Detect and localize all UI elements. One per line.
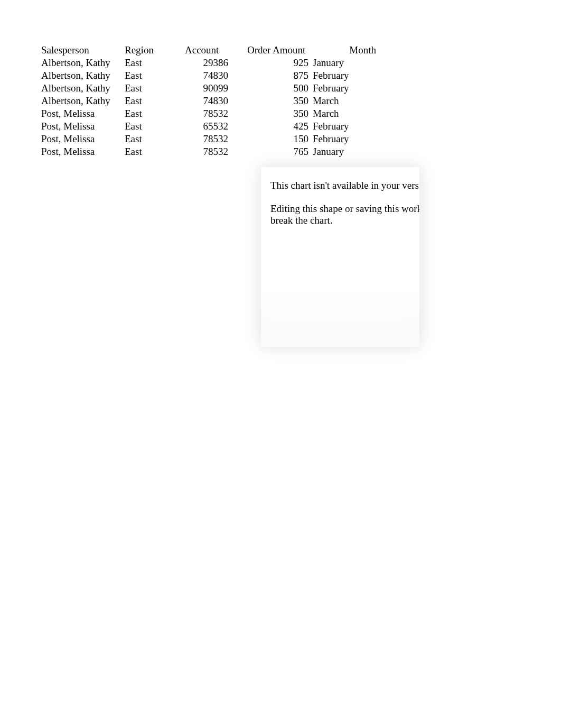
header-order-amount: Order Amount — [245, 44, 313, 57]
cell-region: East — [125, 82, 185, 95]
cell-month: February — [313, 133, 376, 145]
cell-salesperson: Albertson, Kathy — [41, 57, 125, 69]
cell-month: January — [313, 57, 376, 69]
table-row: Post, Melissa East 78532 765 January — [41, 145, 376, 158]
cell-order-amount: 350 — [245, 95, 313, 107]
cell-region: East — [125, 57, 185, 69]
cell-order-amount: 150 — [245, 133, 313, 145]
cell-order-amount: 925 — [245, 57, 313, 69]
sales-table: Salesperson Region Account Order Amount … — [41, 44, 376, 158]
cell-account: 29386 — [185, 57, 245, 69]
cell-region: East — [125, 107, 185, 120]
data-table: Salesperson Region Account Order Amount … — [41, 44, 376, 158]
cell-region: East — [125, 133, 185, 145]
cell-account: 78532 — [185, 133, 245, 145]
cell-salesperson: Post, Melissa — [41, 107, 125, 120]
table-row: Albertson, Kathy East 74830 350 March — [41, 95, 376, 107]
cell-account: 78532 — [185, 145, 245, 158]
header-salesperson: Salesperson — [41, 44, 125, 57]
cell-account: 65532 — [185, 120, 245, 133]
cell-salesperson: Post, Melissa — [41, 145, 125, 158]
cell-month: March — [313, 95, 376, 107]
cell-region: East — [125, 95, 185, 107]
cell-salesperson: Albertson, Kathy — [41, 69, 125, 82]
table-header-row: Salesperson Region Account Order Amount … — [41, 44, 376, 57]
cell-order-amount: 500 — [245, 82, 313, 95]
table-row: Albertson, Kathy East 29386 925 January — [41, 57, 376, 69]
cell-account: 90099 — [185, 82, 245, 95]
cell-account: 74830 — [185, 69, 245, 82]
notice-text-line2: Editing this shape or saving this work — [270, 203, 419, 215]
cell-month: February — [313, 69, 376, 82]
cell-month: February — [313, 82, 376, 95]
notice-text-line1: This chart isn't available in your versi — [270, 180, 419, 191]
table-row: Post, Melissa East 78532 150 February — [41, 133, 376, 145]
table-row: Albertson, Kathy East 74830 875 February — [41, 69, 376, 82]
cell-month: January — [313, 145, 376, 158]
notice-fade-overlay — [261, 283, 419, 347]
cell-salesperson: Post, Melissa — [41, 120, 125, 133]
cell-salesperson: Albertson, Kathy — [41, 95, 125, 107]
table-row: Post, Melissa East 78532 350 March — [41, 107, 376, 120]
cell-account: 78532 — [185, 107, 245, 120]
cell-region: East — [125, 145, 185, 158]
cell-order-amount: 350 — [245, 107, 313, 120]
chart-unavailable-notice: This chart isn't available in your versi… — [261, 167, 419, 347]
table-row: Albertson, Kathy East 90099 500 February — [41, 82, 376, 95]
header-month: Month — [313, 44, 376, 57]
cell-salesperson: Albertson, Kathy — [41, 82, 125, 95]
cell-month: March — [313, 107, 376, 120]
cell-order-amount: 425 — [245, 120, 313, 133]
header-account: Account — [185, 44, 245, 57]
table-row: Post, Melissa East 65532 425 February — [41, 120, 376, 133]
cell-salesperson: Post, Melissa — [41, 133, 125, 145]
cell-order-amount: 765 — [245, 145, 313, 158]
cell-region: East — [125, 120, 185, 133]
header-region: Region — [125, 44, 185, 57]
cell-order-amount: 875 — [245, 69, 313, 82]
cell-month: February — [313, 120, 376, 133]
cell-region: East — [125, 69, 185, 82]
cell-account: 74830 — [185, 95, 245, 107]
notice-text-line3: break the chart. — [270, 215, 419, 226]
